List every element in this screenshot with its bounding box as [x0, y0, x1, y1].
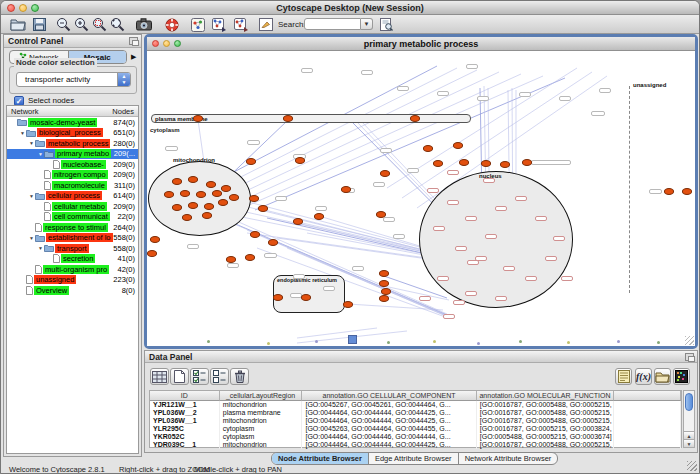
network-node[interactable] [682, 188, 692, 195]
node-label-pill[interactable] [515, 196, 527, 201]
node-label-pill[interactable] [397, 86, 409, 91]
delete-attribute-icon[interactable] [230, 368, 249, 385]
node-label-pill[interactable] [495, 206, 507, 211]
tree-row[interactable]: ▼metabolic process280(0) [7, 138, 138, 149]
table-row[interactable]: YJR121W__1mitochondrion[GO:0045267, GO:0… [150, 401, 681, 409]
node-label-pill[interactable] [433, 226, 445, 231]
network-node[interactable] [500, 161, 510, 168]
node-label-pill[interactable] [466, 64, 478, 69]
network-node[interactable] [164, 191, 174, 198]
network-node[interactable] [172, 204, 182, 211]
selected-node-square[interactable] [348, 335, 357, 344]
node-label-pill[interactable] [519, 92, 531, 97]
function-builder-icon[interactable]: f(x) [635, 368, 652, 385]
network-node[interactable] [229, 194, 239, 201]
table-row[interactable]: YKR052Ccytoplasm[GO:0044464, GO:0044446,… [150, 433, 681, 441]
table-column-header[interactable]: ID [150, 391, 220, 401]
network-node[interactable] [301, 294, 311, 301]
network-node[interactable] [258, 205, 268, 212]
table-scrollbar[interactable]: ▲ ▼ [683, 390, 695, 448]
snapshot-icon[interactable] [135, 17, 152, 32]
node-label-pill[interactable] [467, 260, 479, 265]
zoom-out-icon[interactable] [55, 17, 72, 32]
tree-row[interactable]: ▼biological_process651(0) [7, 128, 138, 139]
dropdown-stepper-icon[interactable]: ▲▼ [117, 73, 130, 86]
expand-triangle-icon[interactable]: ▼ [37, 151, 44, 157]
network-node[interactable] [221, 185, 231, 192]
expand-triangle-icon[interactable]: ▼ [28, 235, 35, 241]
tree-row[interactable]: ▼cellular process614(0) [7, 191, 138, 202]
expand-triangle-icon[interactable]: ▼ [19, 130, 26, 136]
node-label-pill[interactable] [561, 276, 573, 281]
network-node[interactable] [293, 218, 303, 225]
node-label-pill[interactable] [187, 244, 199, 249]
node-label-pill[interactable] [443, 314, 455, 319]
window-resize-grip[interactable] [687, 461, 697, 471]
tree-row[interactable]: ▼primary metabo209(... [7, 149, 138, 160]
tab-node-attribute-browser[interactable]: Node Attribute Browser [272, 453, 368, 464]
table-column-header[interactable]: annotation.GO CELLULAR_COMPONENT [302, 391, 476, 401]
zoom-view-icon[interactable] [174, 40, 181, 47]
node-label-pill[interactable] [531, 160, 571, 165]
node-label-pill[interactable] [323, 286, 335, 291]
node-label-pill[interactable] [437, 91, 449, 96]
network-node[interactable] [379, 270, 389, 277]
network-node[interactable] [193, 115, 203, 122]
node-label-pill[interactable] [525, 276, 537, 281]
node-label-pill[interactable] [165, 146, 178, 151]
tree-row[interactable]: mosaic-demo-yeast874(0) [7, 117, 138, 128]
network-node[interactable] [376, 211, 386, 218]
network-node[interactable] [381, 288, 391, 295]
tree-row[interactable]: ▼establishment of lo558(0) [7, 233, 138, 244]
close-window-icon[interactable] [7, 4, 15, 12]
search-go-icon[interactable] [378, 17, 395, 32]
network-node[interactable] [341, 186, 351, 193]
tab-network-attribute-browser[interactable]: Network Attribute Browser [458, 453, 558, 464]
attribute-table-icon[interactable] [150, 368, 169, 385]
network-node[interactable] [150, 236, 160, 243]
select-nodes-checkbox[interactable]: ✓ [14, 96, 24, 106]
node-label-pill[interactable] [315, 206, 327, 211]
tree-row[interactable]: ▼transport558(0) [7, 243, 138, 254]
network-node[interactable] [283, 115, 293, 122]
open-folder-icon[interactable] [9, 17, 26, 32]
network-node[interactable] [188, 202, 198, 209]
network-node[interactable] [250, 231, 260, 238]
attribute-editor-icon[interactable] [615, 368, 632, 385]
tree-row[interactable]: multi-organism pro42(0) [7, 264, 138, 275]
table-column-header[interactable]: annotation.GO MOLECULAR_FUNCTION [477, 391, 614, 401]
network-node[interactable] [459, 159, 469, 166]
node-label-pill[interactable] [293, 274, 305, 279]
network-node[interactable] [380, 170, 390, 177]
table-row[interactable]: YPL036W__1mitochondrion[GO:0044464, GO:0… [150, 417, 681, 425]
node-label-pill[interactable] [275, 196, 287, 201]
network-node[interactable] [246, 158, 256, 165]
network-node[interactable] [268, 239, 278, 246]
node-label-pill[interactable] [545, 256, 557, 261]
node-label-pill[interactable] [453, 300, 465, 305]
tree-column-network[interactable]: Network [11, 107, 39, 116]
network-node[interactable] [249, 195, 259, 202]
zoom-fit-icon[interactable] [109, 17, 126, 32]
tree-row[interactable]: response to stimul264(0) [7, 222, 138, 233]
network-node[interactable] [182, 214, 192, 221]
node-label-pill[interactable] [361, 70, 373, 75]
minimize-view-icon[interactable] [163, 40, 170, 47]
node-label-pill[interactable] [455, 246, 467, 251]
vizmapper-icon[interactable] [189, 17, 206, 32]
node-label-pill[interactable] [373, 182, 385, 187]
network-node[interactable] [664, 188, 674, 195]
network-node[interactable] [218, 199, 228, 206]
network-node[interactable] [206, 181, 216, 188]
tree-row[interactable]: cellular metabo209(0) [7, 201, 138, 212]
network-node[interactable] [379, 280, 389, 287]
tree-row[interactable]: macromolecule311(0) [7, 180, 138, 191]
search-input[interactable] [304, 18, 361, 30]
network-node[interactable] [314, 213, 324, 220]
view-resize-grip[interactable] [685, 336, 694, 345]
scroll-up-icon[interactable]: ▲ [684, 431, 694, 439]
node-label-pill[interactable] [495, 296, 507, 301]
network-node[interactable] [522, 159, 532, 166]
unselect-attributes-icon[interactable] [210, 368, 229, 385]
tree-row[interactable]: nucleobase-209(0) [7, 159, 138, 170]
